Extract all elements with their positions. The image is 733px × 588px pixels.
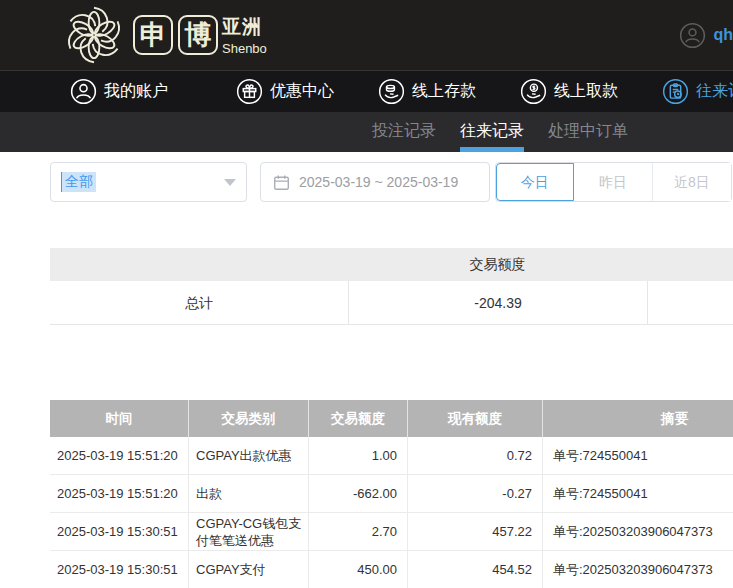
cell-time: 2025-03-19 15:51:20 xyxy=(50,475,188,512)
top-header: 申 博 亚洲 Shenbo qh xyxy=(0,0,733,71)
table-row: 2025-03-19 15:51:20 出款 -662.00 -0.27 单号:… xyxy=(50,475,733,513)
user-icon xyxy=(70,78,97,105)
withdraw-icon xyxy=(520,78,547,105)
cell-time: 2025-03-19 15:30:51 xyxy=(50,513,188,550)
logo-char-bo: 博 xyxy=(178,15,218,55)
cell-balance: 454.52 xyxy=(407,551,542,588)
logo-region-label: 亚洲 xyxy=(222,14,267,40)
tab-label: 往来记录 xyxy=(460,122,524,139)
logo-char-shen: 申 xyxy=(133,15,173,55)
records-icon xyxy=(662,78,689,105)
chevron-down-icon xyxy=(224,179,236,186)
cell-time: 2025-03-19 15:51:20 xyxy=(50,437,188,474)
table-row: 2025-03-19 15:30:51 CGPAY-CG钱包支付笔笔送优惠 2.… xyxy=(50,513,733,551)
nav-item-promotions[interactable]: 优惠中心 xyxy=(236,78,334,105)
cell-amount: 1.00 xyxy=(308,437,407,474)
cell-amount: 2.70 xyxy=(308,513,407,550)
nav-item-online-withdraw[interactable]: 线上取款 xyxy=(520,78,618,105)
table-header-row: 时间 交易类别 交易额度 现有额度 摘要 xyxy=(50,400,733,437)
date-range-value: 2025-03-19 ~ 2025-03-19 xyxy=(299,174,458,190)
summary-empty-cell xyxy=(647,281,733,325)
main-content: 全部 2025-03-19 ~ 2025-03-19 今日 昨日 近8日 交易额… xyxy=(0,152,733,588)
record-tabs: 投注记录 往来记录 处理中订单 xyxy=(0,112,733,152)
cell-type: CGPAY-CG钱包支付笔笔送优惠 xyxy=(188,513,308,550)
summary-header-row: 交易额度 xyxy=(50,248,733,281)
deposit-icon xyxy=(378,78,405,105)
quick-date-buttons: 今日 昨日 近8日 xyxy=(495,162,732,202)
summary-header-amount: 交易额度 xyxy=(348,256,647,274)
summary-total-label: 总计 xyxy=(50,281,348,325)
nav-item-my-account[interactable]: 我的账户 xyxy=(70,78,168,105)
date-range-picker[interactable]: 2025-03-19 ~ 2025-03-19 xyxy=(260,162,490,202)
cell-balance: -0.27 xyxy=(407,475,542,512)
nav-label: 线上存款 xyxy=(412,81,476,102)
calendar-icon xyxy=(273,174,290,191)
tab-betting-records[interactable]: 投注记录 xyxy=(372,112,436,152)
nav-label: 往来记录 xyxy=(696,81,733,102)
flower-logo-icon xyxy=(60,2,128,68)
avatar-icon xyxy=(679,22,706,49)
cell-memo: 单号:202503203906047373 xyxy=(542,551,733,588)
header-type: 交易类别 xyxy=(188,400,308,437)
yesterday-button[interactable]: 昨日 xyxy=(574,163,652,201)
category-select-value: 全部 xyxy=(62,172,96,192)
user-menu[interactable]: qh xyxy=(679,22,733,49)
nav-label: 线上取款 xyxy=(554,81,618,102)
transactions-table: 时间 交易类别 交易额度 现有额度 摘要 2025-03-19 15:51:20… xyxy=(50,400,733,588)
table-row: 2025-03-19 15:51:20 CGPAY出款优惠 1.00 0.72 … xyxy=(50,437,733,475)
gift-icon xyxy=(236,78,263,105)
table-row: 2025-03-19 15:30:51 CGPAY支付 450.00 454.5… xyxy=(50,551,733,588)
cell-type: CGPAY出款优惠 xyxy=(188,437,308,474)
main-navigation: 我的账户 优惠中心 线上存款 xyxy=(0,71,733,112)
summary-total-row: 总计 -204.39 xyxy=(50,281,733,325)
summary-table: 交易额度 总计 -204.39 xyxy=(50,248,733,325)
summary-total-value: -204.39 xyxy=(348,281,647,325)
filter-row: 全部 2025-03-19 ~ 2025-03-19 今日 昨日 近8日 xyxy=(50,162,733,202)
cell-memo: 单号:202503203906047373 xyxy=(542,513,733,550)
today-button[interactable]: 今日 xyxy=(496,163,574,201)
logo-english-name: Shenbo xyxy=(222,41,267,56)
cell-amount: 450.00 xyxy=(308,551,407,588)
cell-memo: 单号:724550041 xyxy=(542,475,733,512)
nav-item-transaction-records[interactable]: 往来记录 xyxy=(662,78,733,105)
cell-type: CGPAY支付 xyxy=(188,551,308,588)
cell-time: 2025-03-19 15:30:51 xyxy=(50,551,188,588)
header-balance: 现有额度 xyxy=(407,400,542,437)
username-text: qh xyxy=(713,26,733,44)
tab-label: 投注记录 xyxy=(372,122,436,139)
cell-amount: -662.00 xyxy=(308,475,407,512)
nav-label: 我的账户 xyxy=(104,81,168,102)
tab-processing-orders[interactable]: 处理中订单 xyxy=(548,112,628,152)
nav-label: 优惠中心 xyxy=(270,81,334,102)
tab-transaction-records[interactable]: 往来记录 xyxy=(460,112,524,152)
tab-label: 处理中订单 xyxy=(548,122,628,139)
header-amount: 交易额度 xyxy=(308,400,407,437)
brand-logo[interactable]: 申 博 亚洲 Shenbo xyxy=(60,2,267,68)
cell-balance: 457.22 xyxy=(407,513,542,550)
header-memo: 摘要 xyxy=(542,400,733,437)
last-8-days-button[interactable]: 近8日 xyxy=(653,163,731,201)
cell-type: 出款 xyxy=(188,475,308,512)
header-time: 时间 xyxy=(50,400,188,437)
cell-balance: 0.72 xyxy=(407,437,542,474)
nav-item-online-deposit[interactable]: 线上存款 xyxy=(378,78,476,105)
category-select[interactable]: 全部 xyxy=(50,162,247,202)
cell-memo: 单号:724550041 xyxy=(542,437,733,474)
